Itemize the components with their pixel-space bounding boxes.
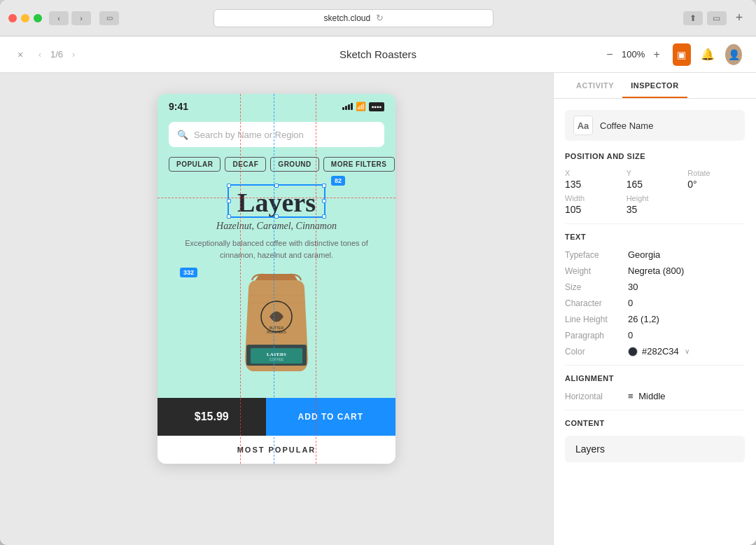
add-to-cart-button[interactable]: ADD TO CART xyxy=(266,398,396,436)
panel-content: Aa Coffee Name POSITION AND SIZE X 135 Y… xyxy=(554,99,756,545)
add-tab-button[interactable]: + xyxy=(731,10,748,27)
user-avatar[interactable]: 👤 xyxy=(725,44,742,65)
horizontal-align-row: Horizontal ≡ Middle xyxy=(565,391,745,401)
browser-nav: ‹ › xyxy=(49,11,91,25)
svg-text:LAYERS: LAYERS xyxy=(267,352,286,357)
coffee-bag-image: LAYERS COFFEE BUTTER ROASTERS xyxy=(231,268,322,380)
character-row: Character 0 xyxy=(565,298,745,308)
new-tab-button[interactable]: ▭ xyxy=(707,11,727,25)
price-display: $15.99 xyxy=(158,398,266,436)
text-header: TEXT xyxy=(565,233,745,241)
tab-activity[interactable]: ACTIVITY xyxy=(568,73,622,98)
text-style-name: Coffee Name xyxy=(600,120,653,131)
filter-decaf[interactable]: DECAF xyxy=(225,157,266,172)
size-row: Size 30 xyxy=(565,282,745,292)
tab-inspector[interactable]: INSPECTOR xyxy=(622,73,687,98)
filter-more[interactable]: MORE FILTERS xyxy=(323,157,395,172)
align-icon: ≡ xyxy=(628,391,634,401)
typeface-row: Typeface Georgia xyxy=(565,249,745,260)
selection-handle-lm[interactable] xyxy=(227,199,231,203)
app-toolbar: × ‹ 1/6 › Sketch Roasters − 100% + ▣ 🔔 xyxy=(0,36,756,73)
most-popular-label: MOST POPULAR xyxy=(158,436,396,464)
back-button[interactable]: ‹ xyxy=(49,11,69,25)
maximize-button[interactable] xyxy=(34,14,42,22)
zoom-level: 100% xyxy=(622,49,645,60)
share-button[interactable]: ⬆ xyxy=(683,11,703,25)
notifications-button[interactable]: 🔔 xyxy=(699,43,717,66)
product-section: Layers 82 Hazelnut xyxy=(158,176,396,398)
status-icons: 📶 ▪▪▪▪ xyxy=(342,102,384,111)
dimension-badge: 82 xyxy=(331,176,345,186)
traffic-lights xyxy=(8,14,42,22)
chevron-down-icon: ∨ xyxy=(685,347,690,355)
right-panel: ACTIVITY INSPECTOR Aa Coffee Name POSITI… xyxy=(553,73,756,545)
selection-handle-tr[interactable] xyxy=(322,184,326,188)
color-row: Color #282C34 ∨ xyxy=(565,346,745,357)
document-title: Sketch Roasters xyxy=(154,48,602,60)
main-area: 9:41 📶 ▪▪▪▪ 🔍 xyxy=(0,73,756,545)
selection-handle-tm[interactable] xyxy=(274,184,279,188)
tab-options-button[interactable]: ▭ xyxy=(99,11,119,25)
page-count: 1/6 xyxy=(50,49,63,60)
url-text: sketch.cloud xyxy=(323,13,370,23)
canvas-area[interactable]: 9:41 📶 ▪▪▪▪ 🔍 xyxy=(0,73,553,545)
zoom-out-button[interactable]: − xyxy=(602,47,617,62)
x-field: X 135 xyxy=(565,169,622,190)
toolbar-right: − 100% + ▣ 🔔 👤 xyxy=(602,43,742,66)
search-bar[interactable]: 🔍 Search by Name or Region xyxy=(169,122,384,147)
divider-1 xyxy=(565,223,745,224)
alignment-header: Alignment xyxy=(565,374,745,382)
color-value: #282C34 xyxy=(642,346,679,357)
app-window: ‹ › ▭ sketch.cloud ↻ ⬆ ▭ + × ‹ 1/6 xyxy=(0,0,756,545)
product-description: Exceptionally balanced coffee with disti… xyxy=(169,237,384,261)
reload-icon[interactable]: ↻ xyxy=(376,13,384,23)
line-height-row: Line Height 26 (1,2) xyxy=(565,314,745,324)
rotate-field: Rotate 0° xyxy=(687,169,745,190)
height-field: Height 35 xyxy=(626,194,684,215)
search-container: 🔍 Search by Name or Region xyxy=(158,116,396,153)
product-count-badge: 332 xyxy=(180,268,197,277)
close-button[interactable] xyxy=(8,14,17,22)
position-size-grid: X 135 Y 165 Rotate 0° Width 105 xyxy=(565,169,745,215)
panel-tabs: ACTIVITY INSPECTOR xyxy=(554,73,756,99)
page-navigation: ‹ 1/6 › xyxy=(34,48,80,61)
y-field: Y 165 xyxy=(626,169,684,190)
phone-mockup: 9:41 📶 ▪▪▪▪ 🔍 xyxy=(158,94,396,464)
divider-2 xyxy=(565,365,745,366)
color-swatch[interactable] xyxy=(628,347,638,357)
align-value: Middle xyxy=(638,391,665,401)
text-style-icon: Aa xyxy=(573,116,593,135)
svg-text:ROASTERS: ROASTERS xyxy=(267,330,286,334)
content-input[interactable]: Layers xyxy=(565,436,745,462)
wifi-icon: 📶 xyxy=(356,102,366,111)
toolbar-left: × ‹ 1/6 › xyxy=(14,48,154,61)
document-close-button[interactable]: × xyxy=(14,48,27,61)
url-bar[interactable]: sketch.cloud ↻ xyxy=(214,9,493,27)
selection-box: 82 xyxy=(227,184,326,218)
filter-ground[interactable]: GROUND xyxy=(270,157,318,172)
selection-handle-bm[interactable] xyxy=(274,214,279,219)
text-style-preview: Aa Coffee Name xyxy=(565,110,745,141)
forward-button[interactable]: › xyxy=(71,11,91,25)
content-header: CONTENT xyxy=(565,419,745,427)
selection-handle-tl[interactable] xyxy=(227,184,231,188)
product-image-container: 332 LAYERS xyxy=(169,261,384,387)
weight-row: Weight Negreta (800) xyxy=(565,265,745,276)
selection-handle-bl[interactable] xyxy=(227,214,231,219)
selection-handle-rm[interactable] xyxy=(322,199,326,203)
add-to-cart-section: $15.99 ADD TO CART xyxy=(158,398,396,436)
signal-icon xyxy=(342,103,353,110)
selection-handle-br[interactable] xyxy=(322,214,326,219)
titlebar-right: ⬆ ▭ + xyxy=(683,10,748,27)
width-field: Width 105 xyxy=(565,194,622,215)
zoom-in-button[interactable]: + xyxy=(649,47,664,62)
inspector-toggle-button[interactable]: ▣ xyxy=(673,43,690,66)
prev-page-button[interactable]: ‹ xyxy=(34,48,46,61)
product-subtitle: Hazelnut, Caramel, Cinnamon xyxy=(169,221,384,232)
search-icon: 🔍 xyxy=(177,130,188,140)
filter-popular[interactable]: POPULAR xyxy=(169,157,220,172)
minimize-button[interactable] xyxy=(21,14,29,22)
next-page-button[interactable]: › xyxy=(67,48,80,61)
paragraph-row: Paragraph 0 xyxy=(565,330,745,340)
status-time: 9:41 xyxy=(169,101,188,112)
